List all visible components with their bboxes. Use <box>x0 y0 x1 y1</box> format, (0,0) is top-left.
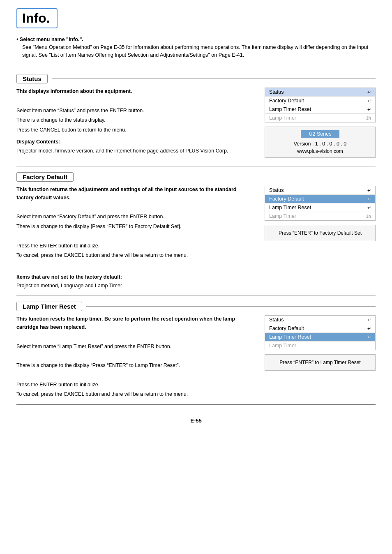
factory-menu-label-0: Status <box>269 187 284 193</box>
factory-menu-label-1: Factory Default <box>269 196 304 202</box>
lamp-menu-row-2: Lamp Timer Reset ↵ <box>265 333 375 342</box>
divider-factory <box>16 166 376 166</box>
status-display-label: Display Contents: <box>16 139 60 145</box>
status-menu-row-2: Lamp Timer Reset ↵ <box>265 105 375 114</box>
lamp-menu-label-1: Factory Default <box>269 325 304 331</box>
status-menu-panel: Status ↵ Factory Default ↵ Lamp Timer Re… <box>265 88 376 122</box>
intro-bullet-title: Select menu name "Info.". <box>20 37 83 42</box>
status-left: This displays information about the equi… <box>16 88 252 162</box>
lamp-menu-enter-1: ↵ <box>367 326 371 331</box>
divider-lamp <box>16 295 376 296</box>
factory-default-section: Factory Default This function returns th… <box>16 172 376 291</box>
lamp-para-3: Press the ENTER button to initialize. <box>16 381 252 389</box>
status-para-0: This displays information about the equi… <box>16 88 132 94</box>
lamp-menu-label-0: Status <box>269 317 284 323</box>
lamp-left: This function resets the lamp timer. Be … <box>16 315 252 400</box>
factory-right: Status ↵ Factory Default ↵ Lamp Timer Re… <box>265 186 376 291</box>
factory-menu-enter-0: ↵ <box>367 188 371 193</box>
lamp-spacer2 <box>16 352 252 360</box>
status-para-3: Press the CANCEL button to return to the… <box>16 126 252 134</box>
lamp-body: This function resets the lamp timer. Be … <box>16 315 252 398</box>
factory-confirm-message: Press “ENTER” to Factory Default Set <box>279 230 362 236</box>
u2-panel: U2 Series Version : 1 . 0 . 0 . 0 . 0 ww… <box>265 127 376 158</box>
factory-menu-enter-1: ↵ <box>367 196 371 202</box>
factory-spacer2 <box>16 232 252 240</box>
intro-text: See "Menu Operation Method" on Page E-35… <box>22 44 376 59</box>
lamp-confirm-message: Press “ENTER” to Lamp Timer Reset <box>279 360 360 365</box>
lamp-menu-row-1: Factory Default ↵ <box>265 324 375 333</box>
bottom-rule <box>16 404 376 405</box>
lamp-timer-section: Lamp Timer Reset This function resets th… <box>16 302 376 400</box>
status-menu-enter-0: ↵ <box>367 90 371 95</box>
intro-section: • Select menu name "Info.". See "Menu Op… <box>16 36 376 59</box>
lamp-spacer1 <box>16 333 252 341</box>
lamp-para-4: To cancel, press the CANCEL button and t… <box>16 390 252 398</box>
factory-spacer3 <box>16 261 252 269</box>
status-menu-label-3: Lamp Timer <box>269 115 296 121</box>
status-para-spacer <box>16 97 252 105</box>
factory-body: This function returns the adjustments an… <box>16 186 252 290</box>
factory-items-text: Projection method, Language and Lamp Tim… <box>16 282 252 290</box>
factory-heading-line <box>78 177 376 177</box>
factory-para-1: Select item name “Factory Default” and p… <box>16 213 252 221</box>
lamp-para-0: This function resets the lamp timer. Be … <box>16 316 235 330</box>
status-menu-label-1: Factory Default <box>269 98 304 104</box>
status-display-text: Projector model, firmware version, and t… <box>16 147 252 155</box>
factory-para-3: Press the ENTER button to initialize. <box>16 242 252 250</box>
status-heading-row: Status <box>16 74 376 83</box>
divider-top <box>16 68 376 68</box>
factory-heading: Factory Default <box>16 172 74 182</box>
lamp-right: Status ↵ Factory Default ↵ Lamp Timer Re… <box>265 315 376 400</box>
lamp-menu-enter-2: ↵ <box>367 335 371 340</box>
status-right: Status ↵ Factory Default ↵ Lamp Timer Re… <box>265 88 376 162</box>
page-title: Info. <box>22 11 50 25</box>
lamp-menu-label-3: Lamp Timer <box>269 343 296 349</box>
lamp-spacer3 <box>16 372 252 379</box>
factory-para-0: This function returns the adjustments an… <box>16 187 236 200</box>
status-para-1: Select item name “Status” and press the … <box>16 107 252 115</box>
lamp-confirm-panel: Press “ENTER” to Lamp Timer Reset <box>265 354 376 371</box>
factory-left: This function returns the adjustments an… <box>16 186 252 291</box>
status-menu-label-0: Status <box>269 89 284 95</box>
status-menu-row-3: Lamp Timer 1h <box>265 114 375 122</box>
status-para-2: There is a change to the status display. <box>16 116 252 124</box>
u2-title: U2 Series <box>301 130 340 138</box>
lamp-menu-enter-0: ↵ <box>367 317 371 323</box>
status-heading-line <box>52 78 376 79</box>
lamp-content: This function resets the lamp timer. Be … <box>16 315 376 400</box>
lamp-para-1: Select item name “Lamp Timer Reset” and … <box>16 343 252 351</box>
lamp-menu-panel: Status ↵ Factory Default ↵ Lamp Timer Re… <box>265 315 376 350</box>
factory-menu-panel: Status ↵ Factory Default ↵ Lamp Timer Re… <box>265 186 376 221</box>
factory-menu-enter-2: ↵ <box>367 205 371 210</box>
factory-menu-row-1: Factory Default ↵ <box>265 195 375 203</box>
lamp-heading: Lamp Timer Reset <box>16 302 82 311</box>
status-heading: Status <box>16 74 48 83</box>
factory-heading-row: Factory Default <box>16 172 376 182</box>
factory-menu-row-2: Lamp Timer Reset ↵ <box>265 203 375 212</box>
lamp-menu-row-0: Status ↵ <box>265 316 375 324</box>
factory-para-4: To cancel, press the CANCEL button and t… <box>16 252 252 259</box>
status-menu-row-1: Factory Default ↵ <box>265 97 375 105</box>
lamp-menu-label-2: Lamp Timer Reset <box>269 334 311 340</box>
page-title-box: Info. <box>16 8 58 28</box>
status-menu-enter-1: ↵ <box>367 98 371 104</box>
lamp-menu-row-3: Lamp Timer <box>265 342 375 350</box>
status-content: This displays information about the equi… <box>16 88 376 162</box>
factory-menu-row-0: Status ↵ <box>265 186 375 195</box>
factory-menu-value-3: 1h <box>366 214 371 219</box>
factory-menu-row-3: Lamp Timer 1h <box>265 212 375 220</box>
lamp-heading-row: Lamp Timer Reset <box>16 302 376 311</box>
status-menu-value-3: 1h <box>366 115 371 120</box>
factory-menu-label-3: Lamp Timer <box>269 213 296 219</box>
status-menu-label-2: Lamp Timer Reset <box>269 106 311 112</box>
u2-version: Version : 1 . 0 . 0 . 0 . 0 <box>269 141 371 147</box>
status-menu-enter-2: ↵ <box>367 107 371 112</box>
status-section: Status This displays information about t… <box>16 74 376 162</box>
lamp-para-2: There is a change to the display “Press … <box>16 362 252 369</box>
u2-url: www.plus-vision.com <box>269 148 371 154</box>
factory-content: This function returns the adjustments an… <box>16 186 376 291</box>
factory-menu-label-2: Lamp Timer Reset <box>269 205 311 210</box>
status-body: This displays information about the equi… <box>16 88 252 155</box>
factory-spacer1 <box>16 203 252 211</box>
factory-confirm-panel: Press “ENTER” to Factory Default Set <box>265 225 376 241</box>
